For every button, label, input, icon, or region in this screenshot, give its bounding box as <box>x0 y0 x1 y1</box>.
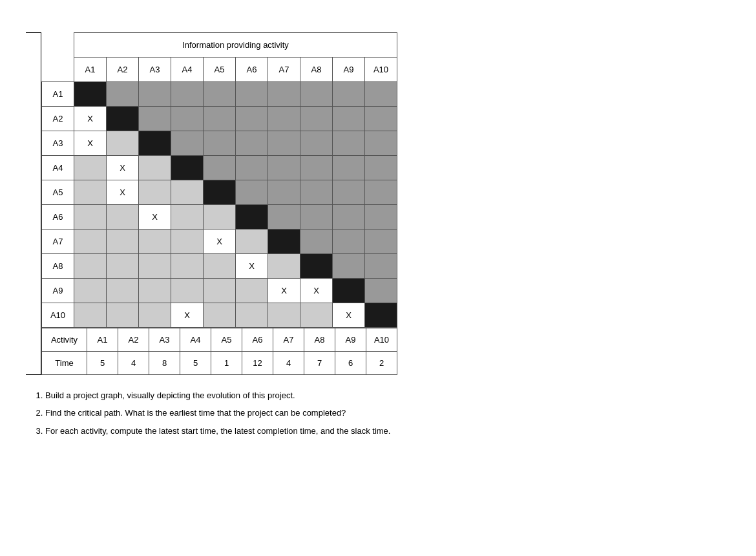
cell-A3-A4 <box>171 131 204 156</box>
cell-A4-A9 <box>333 156 365 180</box>
cell-A1-A4 <box>171 82 204 107</box>
activity-time-table: ActivityA1A2A3A4A5A6A7A8A9A10Time5485112… <box>41 328 397 375</box>
cell-A1-A2 <box>107 82 139 107</box>
cell-A6-A7 <box>268 205 300 230</box>
time-val-A6: 12 <box>242 352 273 375</box>
cell-A8-A8 <box>300 254 333 279</box>
cell-A6-A8 <box>300 205 333 230</box>
cell-A5-A6 <box>236 180 268 205</box>
time-val-A3: 8 <box>149 352 180 375</box>
cell-A1-A7 <box>268 82 300 107</box>
cell-A2-A10 <box>365 107 397 131</box>
activity-col-A1: A1 <box>87 328 118 352</box>
cell-A10-A3 <box>139 303 171 328</box>
cell-A6-A3: X <box>139 205 171 230</box>
time-val-A5: 1 <box>211 352 242 375</box>
cell-A10-A10 <box>365 303 397 328</box>
cell-A1-A10 <box>365 82 397 107</box>
cell-A10-A8 <box>300 303 333 328</box>
cell-A4-A7 <box>268 156 300 180</box>
row-label-A8: A8 <box>42 254 74 279</box>
cell-A8-A10 <box>365 254 397 279</box>
cell-A3-A1: X <box>74 131 107 156</box>
cell-A5-A5 <box>204 180 236 205</box>
activity-col-A7: A7 <box>273 328 304 352</box>
cell-A8-A3 <box>139 254 171 279</box>
cell-A7-A8 <box>300 230 333 254</box>
cell-A1-A9 <box>333 82 365 107</box>
cell-A10-A9: X <box>333 303 365 328</box>
row-label-A2: A2 <box>42 107 74 131</box>
row-label-A9: A9 <box>42 279 74 303</box>
cell-A8-A4 <box>171 254 204 279</box>
cell-A6-A1 <box>74 205 107 230</box>
cell-A10-A2 <box>107 303 139 328</box>
cell-A1-A8 <box>300 82 333 107</box>
col-header-A6: A6 <box>236 58 268 82</box>
row-label-A6: A6 <box>42 205 74 230</box>
cell-A3-A7 <box>268 131 300 156</box>
cell-A7-A7 <box>268 230 300 254</box>
cell-A2-A9 <box>333 107 365 131</box>
cell-A10-A4: X <box>171 303 204 328</box>
cell-A1-A6 <box>236 82 268 107</box>
row-label-A7: A7 <box>42 230 74 254</box>
row-label-A5: A5 <box>42 180 74 205</box>
activity-label: Activity <box>42 328 87 352</box>
cell-A5-A4 <box>171 180 204 205</box>
cell-A3-A5 <box>204 131 236 156</box>
col-header-A2: A2 <box>107 58 139 82</box>
activity-col-A10: A10 <box>366 328 397 352</box>
horizontal-label: Information providing activity <box>74 33 397 58</box>
cell-A9-A3 <box>139 279 171 303</box>
row-label-A3: A3 <box>42 131 74 156</box>
matrix-wrapper: Information providing activityA1A2A3A4A5… <box>26 32 730 375</box>
time-val-A1: 5 <box>87 352 118 375</box>
time-label: Time <box>42 352 87 375</box>
dependency-matrix: Information providing activityA1A2A3A4A5… <box>41 32 397 328</box>
cell-A5-A1 <box>74 180 107 205</box>
activity-col-A6: A6 <box>242 328 273 352</box>
cell-A1-A1 <box>74 82 107 107</box>
col-header-A7: A7 <box>268 58 300 82</box>
cell-A9-A2 <box>107 279 139 303</box>
activity-col-A2: A2 <box>118 328 149 352</box>
cell-A7-A2 <box>107 230 139 254</box>
time-val-A8: 7 <box>304 352 335 375</box>
activity-col-A8: A8 <box>304 328 335 352</box>
cell-A8-A7 <box>268 254 300 279</box>
cell-A6-A9 <box>333 205 365 230</box>
cell-A4-A6 <box>236 156 268 180</box>
cell-A10-A5 <box>204 303 236 328</box>
cell-A8-A5 <box>204 254 236 279</box>
col-header-A10: A10 <box>365 58 397 82</box>
cell-A6-A2 <box>107 205 139 230</box>
cell-A4-A8 <box>300 156 333 180</box>
cell-A8-A2 <box>107 254 139 279</box>
cell-A2-A5 <box>204 107 236 131</box>
cell-A4-A10 <box>365 156 397 180</box>
question-1: Build a project graph, visually depictin… <box>45 388 730 403</box>
col-header-A9: A9 <box>333 58 365 82</box>
cell-A5-A10 <box>365 180 397 205</box>
cell-A2-A4 <box>171 107 204 131</box>
cell-A7-A9 <box>333 230 365 254</box>
cell-A3-A3 <box>139 131 171 156</box>
col-header-A5: A5 <box>204 58 236 82</box>
cell-A9-A4 <box>171 279 204 303</box>
activity-col-A3: A3 <box>149 328 180 352</box>
cell-A2-A8 <box>300 107 333 131</box>
cell-A1-A5 <box>204 82 236 107</box>
cell-A9-A10 <box>365 279 397 303</box>
cell-A7-A4 <box>171 230 204 254</box>
cell-A3-A8 <box>300 131 333 156</box>
cell-A7-A3 <box>139 230 171 254</box>
col-header-A8: A8 <box>300 58 333 82</box>
col-header-A1: A1 <box>74 58 107 82</box>
cell-A9-A8: X <box>300 279 333 303</box>
cell-A5-A7 <box>268 180 300 205</box>
activity-col-A5: A5 <box>211 328 242 352</box>
row-label-A10: A10 <box>42 303 74 328</box>
cell-A6-A6 <box>236 205 268 230</box>
cell-A1-A3 <box>139 82 171 107</box>
